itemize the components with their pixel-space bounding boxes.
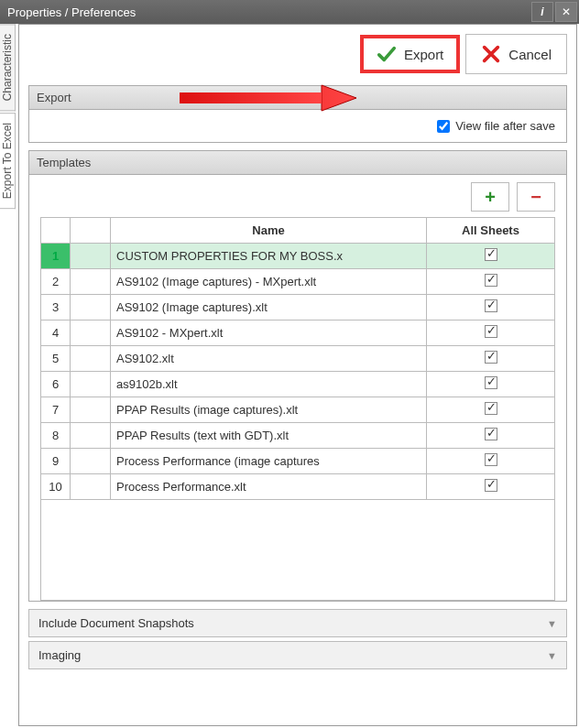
template-name-cell[interactable]: AS9102 (Image captures) - MXpert.xlt	[111, 269, 427, 295]
all-sheets-checkbox[interactable]	[485, 453, 497, 466]
template-name-cell[interactable]: CUSTOM PROPERTIES FOR MY BOSS.x	[111, 244, 427, 269]
chevron-down-icon: ▼	[547, 650, 557, 661]
template-name-cell[interactable]: PPAP Results (image captures).xlt	[111, 397, 427, 423]
all-sheets-cell[interactable]	[427, 474, 555, 500]
col-name[interactable]: Name	[111, 218, 427, 244]
info-button[interactable]: i	[531, 2, 553, 22]
all-sheets-checkbox[interactable]	[485, 376, 497, 389]
table-row[interactable]: 9Process Performance (image captures	[41, 449, 555, 474]
tab-export-to-excel[interactable]: Export To Excel	[0, 113, 16, 209]
drag-handle[interactable]	[71, 474, 111, 500]
drag-handle[interactable]	[71, 449, 111, 474]
drag-handle[interactable]	[71, 397, 111, 423]
templates-toolbar: + −	[29, 175, 566, 217]
drag-handle[interactable]	[71, 269, 111, 295]
export-button[interactable]: Export	[360, 35, 460, 73]
templates-panel-header: Templates	[29, 151, 566, 175]
col-drag	[71, 218, 111, 244]
all-sheets-checkbox[interactable]	[485, 428, 497, 440]
all-sheets-checkbox[interactable]	[485, 299, 497, 312]
table-row[interactable]: 4AS9102 - MXpert.xlt	[41, 321, 555, 346]
plus-icon: +	[485, 187, 496, 208]
row-index: 7	[41, 397, 71, 423]
table-row[interactable]: 3AS9102 (Image captures).xlt	[41, 295, 555, 321]
drag-handle[interactable]	[71, 346, 111, 372]
table-row[interactable]: 7PPAP Results (image captures).xlt	[41, 397, 555, 423]
templates-table: Name All Sheets 1CUSTOM PROPERTIES FOR M…	[40, 217, 555, 500]
table-empty-space	[40, 500, 555, 601]
view-file-after-save-row[interactable]: View file after save	[40, 119, 555, 133]
template-name-cell[interactable]: PPAP Results (text with GDT).xlt	[111, 423, 427, 449]
row-index: 4	[41, 321, 71, 346]
all-sheets-checkbox[interactable]	[485, 402, 497, 415]
cancel-button[interactable]: Cancel	[465, 34, 567, 74]
window-title: Properties / Preferences	[7, 5, 136, 19]
drag-handle[interactable]	[71, 372, 111, 397]
drag-handle[interactable]	[71, 321, 111, 346]
table-row[interactable]: 5AS9102.xlt	[41, 346, 555, 372]
close-button[interactable]: ✕	[555, 2, 577, 22]
all-sheets-cell[interactable]	[427, 244, 555, 269]
add-template-button[interactable]: +	[471, 182, 509, 212]
all-sheets-cell[interactable]	[427, 449, 555, 474]
all-sheets-checkbox[interactable]	[485, 479, 497, 492]
col-all-sheets[interactable]: All Sheets	[427, 218, 555, 244]
chevron-down-icon: ▼	[547, 618, 557, 629]
all-sheets-cell[interactable]	[427, 269, 555, 295]
row-index: 8	[41, 423, 71, 449]
all-sheets-cell[interactable]	[427, 397, 555, 423]
include-snapshots-section[interactable]: Include Document Snapshots ▼	[28, 609, 567, 637]
cancel-label: Cancel	[508, 47, 552, 62]
minus-icon: −	[530, 187, 541, 208]
tab-characteristic[interactable]: Characteristic	[0, 24, 16, 111]
row-index: 6	[41, 372, 71, 397]
row-index: 9	[41, 449, 71, 474]
template-name-cell[interactable]: AS9102 - MXpert.xlt	[111, 321, 427, 346]
template-name-cell[interactable]: Process Performance (image captures	[111, 449, 427, 474]
checkmark-icon	[377, 44, 397, 64]
drag-handle[interactable]	[71, 295, 111, 321]
imaging-label: Imaging	[38, 648, 81, 662]
drag-handle[interactable]	[71, 423, 111, 449]
template-name-cell[interactable]: AS9102 (Image captures).xlt	[111, 295, 427, 321]
all-sheets-checkbox[interactable]	[485, 351, 497, 364]
table-row[interactable]: 1CUSTOM PROPERTIES FOR MY BOSS.x	[41, 244, 555, 269]
row-index: 5	[41, 346, 71, 372]
row-index: 1	[41, 244, 71, 269]
x-icon	[481, 44, 501, 64]
table-row[interactable]: 8PPAP Results (text with GDT).xlt	[41, 423, 555, 449]
include-snapshots-label: Include Document Snapshots	[38, 616, 194, 630]
all-sheets-cell[interactable]	[427, 423, 555, 449]
side-tabs: Characteristic Export To Excel	[0, 24, 18, 728]
callout-arrow-icon	[175, 80, 358, 116]
export-label: Export	[404, 47, 443, 62]
template-name-cell[interactable]: as9102b.xlt	[111, 372, 427, 397]
table-row[interactable]: 2AS9102 (Image captures) - MXpert.xlt	[41, 269, 555, 295]
action-buttons-row: Export Cancel	[19, 25, 576, 81]
view-file-after-save-label: View file after save	[455, 119, 555, 133]
all-sheets-cell[interactable]	[427, 346, 555, 372]
table-row[interactable]: 6as9102b.xlt	[41, 372, 555, 397]
row-index: 10	[41, 474, 71, 500]
all-sheets-cell[interactable]	[427, 295, 555, 321]
remove-template-button[interactable]: −	[517, 182, 555, 212]
col-index	[41, 218, 71, 244]
table-row[interactable]: 10Process Performance.xlt	[41, 474, 555, 500]
all-sheets-checkbox[interactable]	[485, 325, 497, 338]
all-sheets-cell[interactable]	[427, 321, 555, 346]
all-sheets-checkbox[interactable]	[485, 274, 497, 287]
imaging-section[interactable]: Imaging ▼	[28, 641, 567, 669]
main-panel: Export Cancel Export View file after sav…	[18, 24, 577, 726]
templates-panel: Templates + − Name All Sheets 1CUSTOM PR…	[28, 150, 567, 602]
all-sheets-cell[interactable]	[427, 372, 555, 397]
drag-handle[interactable]	[71, 244, 111, 269]
template-name-cell[interactable]: AS9102.xlt	[111, 346, 427, 372]
svg-rect-0	[180, 92, 322, 103]
row-index: 2	[41, 269, 71, 295]
template-name-cell[interactable]: Process Performance.xlt	[111, 474, 427, 500]
titlebar: Properties / Preferences i ✕	[0, 0, 579, 24]
all-sheets-checkbox[interactable]	[485, 248, 497, 261]
view-file-after-save-checkbox[interactable]	[437, 120, 450, 133]
row-index: 3	[41, 295, 71, 321]
